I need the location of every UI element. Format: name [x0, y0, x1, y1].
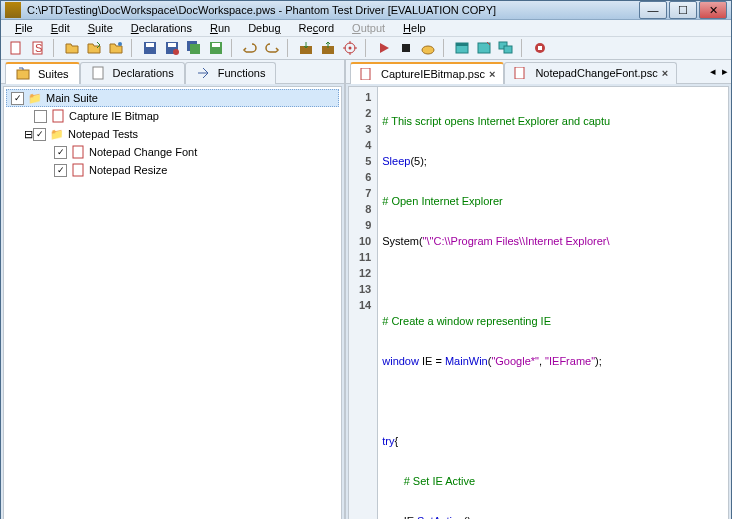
tree-resize[interactable]: ✓Notepad Resize [6, 161, 339, 179]
svg-rect-29 [73, 146, 83, 158]
svg-rect-27 [93, 67, 103, 79]
script-icon [71, 163, 85, 177]
menu-run[interactable]: Run [202, 20, 238, 36]
tab-capture-script[interactable]: CaptureIEBitmap.psc× [350, 62, 504, 84]
tree-notepad[interactable]: ⊟ ✓📁Notepad Tests [6, 125, 339, 143]
minimize-button[interactable]: — [639, 1, 667, 19]
target-icon[interactable] [341, 39, 359, 57]
svg-rect-30 [73, 164, 83, 176]
stop-icon[interactable] [397, 39, 415, 57]
close-button[interactable]: ✕ [699, 1, 727, 19]
tab-functions[interactable]: Functions [185, 62, 277, 84]
svg-rect-20 [456, 43, 468, 46]
tab-suites[interactable]: Suites [5, 62, 80, 84]
window-title: C:\PTDTesting\DocWorkspace\DocWorkspace.… [27, 4, 639, 16]
import-icon[interactable] [297, 39, 315, 57]
close-tab-icon[interactable]: × [662, 67, 668, 79]
svg-rect-0 [11, 42, 20, 54]
menu-edit[interactable]: Edit [43, 20, 78, 36]
line-gutter: 1234567891011121314 [349, 87, 378, 519]
open-project-icon[interactable] [107, 39, 125, 57]
menu-record[interactable]: Record [291, 20, 342, 36]
checkbox[interactable]: ✓ [33, 128, 46, 141]
editor-tabbar: CaptureIEBitmap.psc× NotepadChangeFont.p… [346, 60, 731, 84]
tree-changefont[interactable]: ✓Notepad Change Font [6, 143, 339, 161]
window2-icon[interactable] [475, 39, 493, 57]
new-file-icon[interactable] [7, 39, 25, 57]
titlebar: C:\PTDTesting\DocWorkspace\DocWorkspace.… [1, 1, 731, 20]
code-editor[interactable]: 1234567891011121314 # This script opens … [348, 86, 729, 519]
step-over-icon[interactable] [419, 39, 437, 57]
tree-capture[interactable]: Capture IE Bitmap [6, 107, 339, 125]
svg-point-18 [422, 46, 434, 54]
suite-icon [16, 67, 30, 81]
checkbox[interactable]: ✓ [11, 92, 24, 105]
tab-declarations[interactable]: Declarations [80, 62, 185, 84]
tree-main-suite[interactable]: ✓📁Main Suite [6, 89, 339, 107]
menu-suite[interactable]: Suite [80, 20, 121, 36]
window-icon[interactable] [453, 39, 471, 57]
svg-rect-7 [168, 43, 176, 47]
svg-rect-21 [478, 43, 490, 53]
close-tab-icon[interactable]: × [489, 68, 495, 80]
suite-tree[interactable]: ✓📁Main Suite Capture IE Bitmap ⊟ ✓📁Notep… [3, 86, 342, 519]
run-icon[interactable] [375, 39, 393, 57]
menu-output[interactable]: Output [344, 20, 393, 36]
open-icon[interactable] [63, 39, 81, 57]
redo-icon[interactable] [263, 39, 281, 57]
save-red-icon[interactable] [163, 39, 181, 57]
svg-rect-32 [515, 67, 524, 79]
script-icon [51, 109, 65, 123]
tab-scroll-left-icon[interactable]: ◂ [707, 65, 719, 78]
svg-rect-26 [17, 70, 29, 79]
checkbox[interactable] [34, 110, 47, 123]
save-green-icon[interactable] [207, 39, 225, 57]
folder-icon: 📁 [28, 91, 42, 105]
save-all-icon[interactable] [185, 39, 203, 57]
export-icon[interactable] [319, 39, 337, 57]
left-tabbar: Suites Declarations Functions [1, 60, 344, 84]
checkbox[interactable]: ✓ [54, 146, 67, 159]
menu-file[interactable]: File [7, 20, 41, 36]
svg-rect-12 [212, 43, 220, 47]
menubar: File Edit Suite Declarations Run Debug R… [1, 20, 731, 37]
menu-declarations[interactable]: Declarations [123, 20, 200, 36]
open-folder-icon[interactable] [85, 39, 103, 57]
app-icon [5, 2, 21, 18]
svg-rect-31 [361, 68, 370, 80]
svg-point-16 [349, 47, 352, 50]
svg-rect-5 [146, 43, 154, 47]
tab-scroll-right-icon[interactable]: ▸ [719, 65, 731, 78]
checkbox[interactable]: ✓ [54, 164, 67, 177]
folder-icon: 📁 [50, 127, 64, 141]
svg-text:S: S [35, 42, 42, 54]
svg-rect-28 [53, 110, 63, 122]
tab-notepad-script[interactable]: NotepadChangeFont.psc× [504, 62, 677, 84]
script-icon [71, 145, 85, 159]
new-script-icon[interactable]: S [29, 39, 47, 57]
maximize-button[interactable]: ☐ [669, 1, 697, 19]
undo-icon[interactable] [241, 39, 259, 57]
menu-debug[interactable]: Debug [240, 20, 288, 36]
svg-rect-10 [190, 44, 200, 54]
svg-rect-25 [538, 46, 542, 50]
func-icon [196, 66, 210, 80]
save-icon[interactable] [141, 39, 159, 57]
svg-rect-23 [504, 46, 512, 53]
menu-help[interactable]: Help [395, 20, 434, 36]
script-icon [513, 66, 527, 80]
svg-rect-17 [402, 44, 410, 52]
window3-icon[interactable] [497, 39, 515, 57]
svg-point-8 [173, 49, 179, 55]
script-icon [359, 67, 373, 81]
decl-icon [91, 66, 105, 80]
toolbar: S [1, 37, 731, 60]
svg-point-3 [118, 42, 122, 46]
record-stop-icon[interactable] [531, 39, 549, 57]
code-content[interactable]: # This script opens Internet Explorer an… [378, 87, 614, 519]
